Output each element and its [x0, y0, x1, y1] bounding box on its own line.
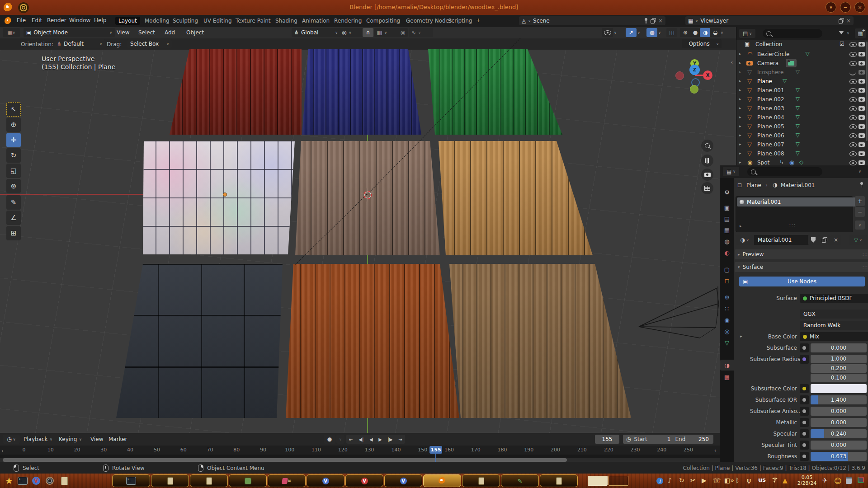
eye-icon[interactable] [849, 106, 857, 111]
add-slot-button[interactable]: + [855, 196, 865, 206]
nav-orthographic-grid-button[interactable] [701, 182, 713, 194]
eye-icon[interactable] [849, 52, 857, 57]
outliner-row[interactable]: ▸▽Plane.003▽ [736, 104, 868, 113]
taskbar-window-v-red[interactable]: V [345, 474, 383, 487]
viewport-editor-type-button[interactable]: ▦∨ [3, 28, 20, 37]
playhead-line[interactable] [435, 454, 436, 462]
menu-edit[interactable]: Edit [32, 17, 42, 23]
eye-icon[interactable] [849, 124, 857, 129]
proportional-falloff-dropdown[interactable]: ∿∨ [409, 28, 433, 37]
disclosure-triangle-icon[interactable]: ▸ [739, 79, 741, 83]
slider-subsurface-aniso-[interactable]: 0.000 [811, 407, 867, 416]
plane-tan[interactable] [439, 141, 593, 255]
outliner-row[interactable]: ▸Camera [736, 59, 868, 68]
eye-icon[interactable] [849, 160, 857, 165]
remove-slot-button[interactable]: − [855, 207, 865, 217]
tab-layout[interactable]: Layout [115, 17, 140, 25]
camera-toggle-icon[interactable] [859, 160, 865, 165]
tray-scissors-icon[interactable]: ✂ [690, 477, 696, 484]
surface-panel-header[interactable]: ▾Surface:::: [735, 262, 868, 272]
outliner-row[interactable]: ▸▽Plane.008▽ [736, 149, 868, 158]
field-ggx[interactable]: GGX∨ [800, 310, 868, 319]
tool-add-cube-button[interactable]: ⊞ [6, 226, 21, 240]
timeline-ruler[interactable]: 0102030405060708090100110120130140150160… [0, 446, 720, 455]
preview-panel-header[interactable]: ▸Preview:::: [735, 249, 868, 259]
plane-green[interactable] [428, 49, 562, 135]
object-name[interactable]: Plane.007 [757, 141, 784, 148]
outliner-row[interactable]: ▸▽Plane.007▽ [736, 140, 868, 149]
disclosure-triangle-icon[interactable]: ▸ [739, 88, 741, 92]
timeline-menu-view[interactable]: View [90, 436, 103, 442]
taskbar-window-terminal[interactable]: ›_ [112, 474, 150, 487]
outliner-scrollbar[interactable] [866, 42, 868, 141]
xray-toggle[interactable]: ◫ [666, 28, 677, 37]
orientation-global-dropdown[interactable]: ⋔Global∨ [292, 28, 340, 37]
object-name[interactable]: Plane.008 [757, 150, 784, 157]
breadcrumb-material[interactable]: Material.001 [781, 182, 815, 188]
slider-specular[interactable]: 0.240 [811, 429, 867, 438]
tray-wifi-icon[interactable] [771, 477, 778, 484]
restore-button[interactable]: − [840, 2, 851, 13]
next-keyframe-button[interactable]: |▶ [388, 437, 393, 442]
outliner-row[interactable]: ▸◠BezierCircle▽ [736, 50, 868, 59]
taskbar-window-media[interactable]: ≋ [268, 474, 306, 487]
gizmo-axis-z-neg[interactable] [690, 85, 698, 94]
shading-solid-button[interactable]: ● [690, 28, 701, 37]
options-dropdown[interactable]: Options ∨ [682, 39, 722, 48]
tray-music-icon[interactable]: ♪ [668, 477, 672, 484]
tab-sculpting[interactable]: Sculpting [170, 17, 201, 25]
eye-icon[interactable] [849, 115, 857, 120]
add-workspace-button[interactable]: + [476, 17, 481, 23]
start-value[interactable]: 1 [647, 436, 675, 442]
tool-measure-button[interactable]: ∠ [6, 211, 21, 225]
slider-subsurface[interactable]: 0.000 [811, 343, 867, 352]
tray-smiley-icon[interactable]: ☺ [834, 477, 842, 485]
eye-icon[interactable] [849, 88, 857, 93]
properties-tab-scene[interactable]: ◍ [720, 236, 734, 247]
camera-toggle-icon[interactable] [859, 151, 865, 156]
outliner-row[interactable]: ▸▽Icosphere▽ [736, 68, 868, 77]
pin-icon[interactable] [644, 18, 648, 24]
plane-blue[interactable] [302, 49, 421, 135]
properties-tab-object-data[interactable]: ▽ [720, 337, 734, 348]
node-filter-button[interactable]: ▽∨ [849, 235, 867, 245]
gizmo-axis-z[interactable]: Z [689, 65, 700, 75]
new-collection-button[interactable]: ▦+ [855, 28, 866, 38]
object-name[interactable]: Plane [757, 78, 772, 84]
properties-tab-physics[interactable]: ◉ [720, 314, 734, 325]
taskbar-window-file[interactable] [190, 474, 228, 487]
object-name[interactable]: Icosphere [757, 69, 783, 75]
slider-subsurface-radius-0[interactable]: 1.000 [811, 355, 867, 363]
camera-excluded-icon[interactable] [859, 70, 865, 75]
field-base-color[interactable]: Mix [800, 332, 868, 341]
chevron-down-icon[interactable]: ∨ [658, 31, 661, 35]
object-name[interactable]: Plane.004 [757, 114, 784, 121]
disclosure-triangle-icon[interactable]: ▸ [739, 97, 741, 101]
properties-options-chevron[interactable]: ∨ [859, 169, 861, 174]
slider-roughness[interactable]: 0.673 [811, 452, 867, 461]
autokey-options-chevron[interactable]: ∨ [336, 435, 344, 444]
play-reverse-button[interactable]: ◀ [369, 437, 373, 442]
disclosure-triangle-icon[interactable]: ▸ [739, 160, 741, 164]
disclosure-triangle-icon[interactable]: ▸ [740, 334, 742, 338]
current-frame-badge[interactable]: 155 [429, 446, 442, 454]
disclosure-triangle-icon[interactable]: ▸ [739, 133, 741, 137]
properties-editor-type-button[interactable]: ▤∨ [723, 167, 739, 176]
properties-tab-output[interactable]: ▤ [720, 213, 734, 224]
shading-rendered-button[interactable]: ◒ [710, 28, 721, 37]
outliner-search-input[interactable] [763, 29, 822, 38]
launcher-file-manager[interactable] [59, 476, 70, 486]
disclosure-triangle-icon[interactable]: ▸ [739, 115, 741, 119]
shading-wireframe-button[interactable]: ⊕ [680, 28, 691, 37]
tray-volume-icon[interactable]: ◧» [724, 477, 734, 484]
collection-name[interactable]: Collection [755, 41, 782, 47]
properties-tab-render[interactable]: ▣ [720, 202, 734, 213]
menu-file[interactable]: File [17, 17, 26, 23]
taskbar-window-v-blue[interactable]: V [307, 474, 344, 487]
object-name[interactable]: Plane.006 [757, 132, 784, 139]
camera-toggle-icon[interactable] [859, 42, 865, 47]
object-name[interactable]: Spot [757, 160, 769, 166]
field-surface[interactable]: Principled BSDF [800, 294, 868, 303]
disclosure-triangle-icon[interactable]: ▸ [739, 52, 741, 56]
camera-toggle-icon[interactable] [859, 88, 865, 93]
